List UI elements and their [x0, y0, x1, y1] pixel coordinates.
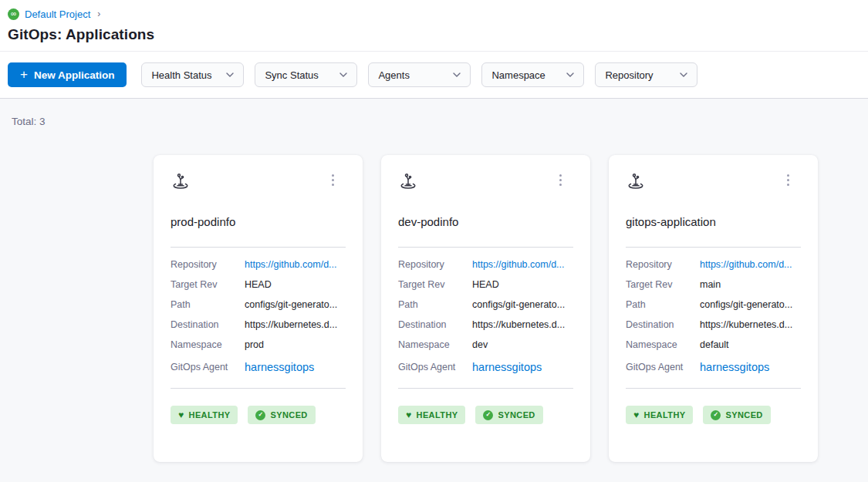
chevron-down-icon — [226, 72, 234, 77]
repository-link[interactable]: https://github.com/d... — [700, 259, 792, 270]
filter-label: Repository — [605, 69, 653, 81]
field-path: Path configs/git-generato... — [626, 295, 801, 315]
field-label: Path — [626, 299, 700, 310]
application-card-prod-podinfo[interactable]: prod-podinfo Repository https://github.c… — [154, 155, 363, 462]
card-menu-button[interactable] — [555, 172, 566, 188]
health-status-badge: ♥ HEALTHY — [171, 406, 238, 424]
status-badges: ♥ HEALTHY ✓ SYNCED — [171, 406, 346, 424]
application-cards: prod-podinfo Repository https://github.c… — [154, 155, 868, 462]
gitops-agent-link[interactable]: harnessgitops — [472, 361, 542, 373]
chevron-down-icon — [680, 72, 687, 77]
filter-health-status[interactable]: Health Status — [141, 62, 244, 87]
field-label: Namespace — [626, 339, 700, 350]
field-destination: Destination https://kubernetes.d... — [171, 315, 346, 335]
new-application-label: New Application — [34, 69, 115, 81]
field-label: Repository — [171, 259, 245, 270]
filter-repository[interactable]: Repository — [595, 62, 697, 87]
field-path: Path configs/git-generato... — [171, 295, 346, 315]
field-repository: Repository https://github.com/d... — [626, 254, 801, 275]
gitops-agent-link[interactable]: harnessgitops — [700, 361, 769, 373]
application-fields: Repository https://github.com/d... Targe… — [171, 254, 346, 378]
application-fields: Repository https://github.com/d... Targe… — [626, 254, 801, 378]
field-target-rev: Target Rev HEAD — [398, 275, 573, 295]
new-application-button[interactable]: + New Application — [8, 62, 127, 87]
application-fields: Repository https://github.com/d... Targe… — [398, 254, 573, 378]
field-label: Namespace — [398, 339, 472, 350]
target-rev-value: main — [700, 279, 721, 290]
field-gitops-agent: GitOps Agent harnessgitops — [171, 356, 346, 378]
card-menu-button[interactable] — [327, 172, 339, 188]
card-header — [171, 172, 346, 192]
status-badges: ♥ HEALTHY ✓ SYNCED — [626, 406, 801, 424]
field-label: GitOps Agent — [171, 362, 245, 372]
target-rev-value: HEAD — [472, 279, 499, 290]
field-repository: Repository https://github.com/d... — [171, 254, 346, 275]
field-gitops-agent: GitOps Agent harnessgitops — [398, 356, 573, 378]
application-card-dev-podinfo[interactable]: dev-podinfo Repository https://github.co… — [381, 155, 590, 462]
divider — [171, 388, 346, 389]
application-name[interactable]: prod-podinfo — [171, 215, 346, 228]
repository-link[interactable]: https://github.com/d... — [472, 259, 565, 270]
sync-status-badge: ✓ SYNCED — [475, 406, 542, 424]
destination-value: https://kubernetes.d... — [700, 319, 792, 330]
plus-icon: + — [20, 68, 28, 81]
toolbar: + New Application Health Status Sync Sta… — [0, 52, 868, 99]
health-status-badge: ♥ HEALTHY — [626, 406, 693, 424]
application-card-gitops-application[interactable]: gitops-application Repository https://gi… — [609, 155, 818, 462]
filter-namespace[interactable]: Namespace — [481, 62, 584, 87]
field-label: Target Rev — [171, 279, 245, 290]
path-value: configs/git-generato... — [472, 299, 565, 310]
application-name[interactable]: dev-podinfo — [398, 215, 573, 228]
health-status-label: HEALTHY — [417, 410, 458, 420]
field-label: GitOps Agent — [398, 362, 472, 372]
path-value: configs/git-generato... — [245, 299, 337, 310]
field-label: Target Rev — [398, 279, 472, 290]
field-namespace: Namespace default — [626, 335, 801, 355]
application-name[interactable]: gitops-application — [626, 215, 801, 228]
breadcrumb: ∞ Default Project › — [8, 7, 868, 21]
divider — [398, 247, 573, 248]
field-label: GitOps Agent — [626, 362, 700, 372]
field-label: Namespace — [171, 339, 245, 350]
gitops-app-icon — [398, 172, 418, 192]
namespace-value: default — [700, 339, 729, 350]
field-destination: Destination https://kubernetes.d... — [398, 315, 573, 335]
card-header — [626, 172, 801, 192]
content-area: Total: 3 prod-podinfo Reposi — [0, 99, 868, 482]
field-label: Repository — [398, 259, 472, 270]
destination-value: https://kubernetes.d... — [472, 319, 565, 330]
field-label: Path — [171, 299, 245, 310]
filter-agents[interactable]: Agents — [368, 62, 471, 87]
field-label: Destination — [171, 319, 245, 330]
project-icon: ∞ — [8, 8, 19, 20]
health-status-label: HEALTHY — [644, 410, 686, 420]
field-label: Destination — [626, 319, 700, 330]
filter-sync-status[interactable]: Sync Status — [255, 62, 357, 87]
page-header: ∞ Default Project › GitOps: Applications — [0, 0, 868, 52]
field-namespace: Namespace dev — [398, 335, 573, 355]
heart-icon: ♥ — [633, 410, 640, 420]
sync-status-label: SYNCED — [725, 410, 762, 420]
check-circle-icon: ✓ — [483, 410, 493, 420]
chevron-down-icon — [339, 72, 347, 77]
card-menu-button[interactable] — [782, 172, 794, 188]
gitops-agent-link[interactable]: harnessgitops — [245, 361, 314, 373]
field-label: Target Rev — [626, 279, 700, 290]
page-title: GitOps: Applications — [8, 26, 868, 43]
filter-label: Sync Status — [265, 69, 318, 81]
field-label: Path — [398, 299, 472, 310]
filter-bar: Health Status Sync Status Agents Namespa… — [141, 62, 697, 87]
destination-value: https://kubernetes.d... — [245, 319, 337, 330]
field-gitops-agent: GitOps Agent harnessgitops — [626, 356, 801, 378]
heart-icon: ♥ — [178, 410, 184, 420]
filter-label: Agents — [378, 69, 409, 81]
repository-link[interactable]: https://github.com/d... — [245, 259, 337, 270]
chevron-down-icon — [453, 72, 461, 77]
sync-status-label: SYNCED — [270, 410, 307, 420]
health-status-badge: ♥ HEALTHY — [398, 406, 465, 424]
divider — [626, 247, 801, 248]
namespace-value: prod — [245, 339, 264, 350]
field-target-rev: Target Rev HEAD — [171, 275, 346, 295]
total-count: Total: 3 — [12, 116, 868, 127]
breadcrumb-project-link[interactable]: Default Project — [25, 8, 90, 20]
